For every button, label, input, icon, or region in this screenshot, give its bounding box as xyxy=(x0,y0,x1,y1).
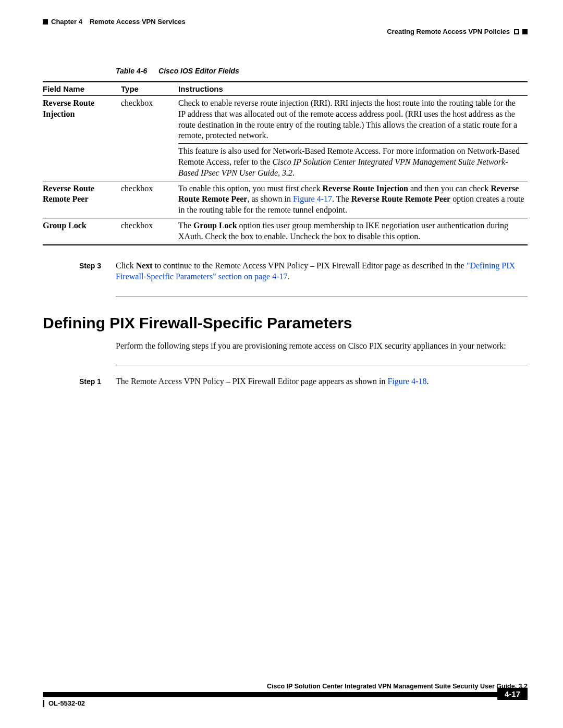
cell-type: checkbox xyxy=(121,218,178,244)
text: To enable this option, you must first ch… xyxy=(178,184,323,193)
cell-instructions: This feature is also used for Network-Ba… xyxy=(178,144,528,181)
cell-field-name: Reverse Route Injection xyxy=(43,96,121,181)
cell-instructions: To enable this option, you must first ch… xyxy=(178,181,528,218)
section-breadcrumb: Creating Remote Access VPN Policies xyxy=(387,28,510,35)
text: Check to enable reverse route injection … xyxy=(178,98,517,140)
cell-field-name: Group Lock xyxy=(43,218,121,244)
step-text: The Remote Access VPN Policy – PIX Firew… xyxy=(116,376,528,387)
text: The Remote Access VPN Policy – PIX Firew… xyxy=(116,377,387,386)
running-subheader: Creating Remote Access VPN Policies xyxy=(43,28,528,35)
footer-guide-title: Cisco IP Solution Center Integrated VPN … xyxy=(43,683,528,690)
table-caption: Table 4-6 Cisco IOS Editor Fields xyxy=(116,67,528,75)
figure-link[interactable]: Figure 4-18 xyxy=(387,377,426,386)
text: to continue to the Remote Access VPN Pol… xyxy=(153,261,467,270)
footer-rule xyxy=(43,692,511,697)
step-label: Step 1 xyxy=(79,376,116,387)
table-row: Reverse Route Injection checkbox Check t… xyxy=(43,96,528,144)
step-label: Step 3 xyxy=(79,260,116,282)
text: . xyxy=(427,377,429,386)
footer-bar xyxy=(43,692,528,697)
th-field-name: Field Name xyxy=(43,82,121,96)
cell-type: checkbox xyxy=(121,96,178,181)
text: The xyxy=(178,221,193,230)
bar-icon xyxy=(43,700,44,707)
page-number: 4-17 xyxy=(497,688,528,700)
table-title: Cisco IOS Editor Fields xyxy=(158,67,239,75)
step-text: Click Next to continue to the Remote Acc… xyxy=(116,260,528,282)
page-footer: Cisco IP Solution Center Integrated VPN … xyxy=(43,683,528,707)
cell-instructions: The Group Lock option ties user group me… xyxy=(178,218,528,244)
table-number: Table 4-6 xyxy=(116,67,147,75)
text: . The xyxy=(332,194,351,203)
step-block: Step 3 Click Next to continue to the Rem… xyxy=(79,260,528,282)
text: Click xyxy=(116,261,136,270)
text: . xyxy=(288,272,290,281)
text: . xyxy=(292,168,295,177)
fields-table: Field Name Type Instructions Reverse Rou… xyxy=(43,81,528,245)
footer-doc-id: OL-5532-02 xyxy=(43,699,85,707)
cell-field-name: Reverse Route Remote Peer xyxy=(43,181,121,218)
text-bold: Reverse Route Injection xyxy=(323,184,408,193)
square-icon xyxy=(522,29,528,34)
chapter-number: Chapter 4 xyxy=(51,18,82,26)
table-row: Reverse Route Remote Peer checkbox To en… xyxy=(43,181,528,218)
table-row: Group Lock checkbox The Group Lock optio… xyxy=(43,218,528,244)
text-bold: Reverse Route Remote Peer xyxy=(351,194,451,203)
doc-id: OL-5532-02 xyxy=(48,699,85,707)
square-icon xyxy=(43,19,48,24)
section-heading: Defining PIX Firewall-Specific Parameter… xyxy=(43,314,528,332)
square-outline-icon xyxy=(514,29,519,34)
divider xyxy=(116,365,528,365)
chapter-title: Remote Access VPN Services xyxy=(90,18,186,26)
cell-type: checkbox xyxy=(121,181,178,218)
text: , as shown in xyxy=(247,194,293,203)
step-block: Step 1 The Remote Access VPN Policy – PI… xyxy=(79,376,528,387)
text: and then you can check xyxy=(408,184,491,193)
figure-link[interactable]: Figure 4-17 xyxy=(293,194,332,203)
cell-instructions: Check to enable reverse route injection … xyxy=(178,96,528,144)
running-header: Chapter 4 Remote Access VPN Services xyxy=(43,18,528,26)
text-bold: Group Lock xyxy=(193,221,237,230)
section-intro: Perform the following steps if you are p… xyxy=(116,340,528,352)
divider xyxy=(116,296,528,297)
th-instructions: Instructions xyxy=(178,82,528,96)
th-type: Type xyxy=(121,82,178,96)
text-bold: Next xyxy=(136,261,153,270)
